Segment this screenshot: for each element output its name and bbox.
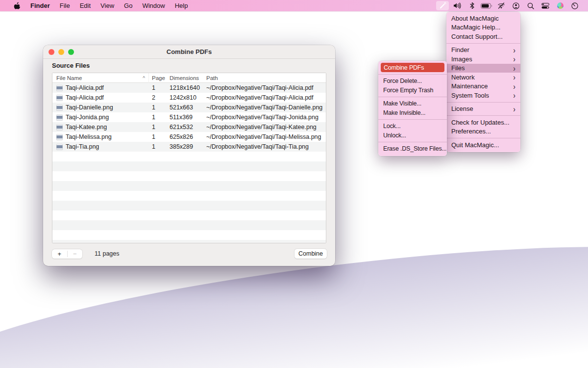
menubar-item-view[interactable]: View	[96, 0, 119, 11]
empty-table-row[interactable]	[52, 201, 326, 210]
table-row[interactable]: Taqi-Jonida.png 1 511x369 ~/Dropbox/Nega…	[52, 112, 326, 122]
sort-ascending-icon[interactable]: ^	[143, 76, 145, 81]
combine-pdfs-window: Combine PDFs Source Files File Name ^ Pa…	[43, 45, 335, 266]
empty-table-row[interactable]	[52, 171, 326, 181]
siri-icon	[557, 2, 564, 9]
chevron-right-icon: ›	[513, 91, 515, 99]
table-row[interactable]: Taqi-Alicia.pdf 1 1218x1640 ~/Dropbox/Ne…	[52, 83, 326, 93]
menubar-item-edit[interactable]: Edit	[75, 0, 96, 11]
empty-table-row[interactable]	[52, 152, 326, 161]
wifi-off-menubar-extra[interactable]	[495, 1, 508, 10]
menu-item-about-macmagic[interactable]: About MacMagic	[446, 14, 520, 23]
submenu-item-combine-pdfs[interactable]: Combine PDFs	[381, 63, 444, 72]
control-center-icon	[541, 3, 549, 9]
column-header-page[interactable]: Page	[149, 73, 167, 83]
remove-file-button[interactable]: −	[68, 249, 83, 259]
macmagic-menu: About MacMagic MacMagic Help... Contact …	[446, 12, 520, 152]
menu-separator	[446, 115, 520, 116]
chevron-right-icon: ›	[513, 82, 515, 90]
siri-menubar-extra[interactable]	[554, 1, 566, 10]
submenu-item-lock[interactable]: Lock...	[378, 122, 447, 131]
image-file-icon	[56, 124, 63, 131]
clock-menubar-extra[interactable]	[568, 1, 581, 10]
add-file-button[interactable]: +	[52, 249, 67, 259]
window-titlebar[interactable]: Combine PDFs	[43, 45, 335, 59]
table-body: Taqi-Alicia.pdf 1 1218x1640 ~/Dropbox/Ne…	[52, 83, 326, 243]
menu-item-finder[interactable]: Finder ›	[446, 46, 520, 55]
chevron-right-icon: ›	[513, 105, 515, 113]
table-row[interactable]: Taqi-Alicia.pdf 2 1242x810 ~/Dropbox/Neg…	[52, 93, 326, 103]
apple-logo-icon	[14, 2, 21, 9]
source-files-label: Source Files	[52, 62, 90, 69]
menu-item-check-for-updates[interactable]: Check for Updates...	[446, 118, 520, 127]
empty-table-row[interactable]	[52, 230, 326, 240]
menu-separator	[378, 74, 447, 75]
search-icon	[527, 2, 534, 9]
submenu-item-make-visible[interactable]: Make Visible...	[378, 99, 447, 108]
zoom-window-button[interactable]	[68, 49, 74, 55]
table-header-row: File Name ^ Page Dimensions Path	[52, 73, 326, 83]
volume-icon	[453, 2, 461, 9]
menu-item-network[interactable]: Network ›	[446, 73, 520, 82]
table-row[interactable]: Taqi-Katee.png 1 621x532 ~/Dropbox/Negat…	[52, 122, 326, 132]
clock-icon	[571, 2, 578, 9]
column-header-path[interactable]: Path	[203, 73, 326, 83]
table-row[interactable]: Taqi-Tia.png 1 385x289 ~/Dropbox/Negativ…	[52, 142, 326, 152]
volume-menubar-extra[interactable]	[451, 1, 464, 10]
submenu-item-unlock[interactable]: Unlock...	[378, 131, 447, 140]
empty-table-row[interactable]	[52, 220, 326, 230]
empty-table-row[interactable]	[52, 181, 326, 191]
apple-menu[interactable]	[9, 0, 25, 11]
menu-item-quit-macmagic[interactable]: Quit MacMagic...	[446, 140, 520, 150]
image-file-icon	[56, 95, 63, 101]
menubar-item-window[interactable]: Window	[137, 0, 170, 11]
menu-separator	[378, 142, 447, 142]
bluetooth-icon	[470, 2, 474, 9]
minimize-window-button[interactable]	[58, 49, 64, 55]
bluetooth-menubar-extra[interactable]	[466, 1, 478, 10]
menu-separator	[378, 97, 447, 97]
menu-item-maintenance[interactable]: Maintenance ›	[446, 82, 520, 91]
magic-wand-icon	[439, 2, 446, 9]
table-row[interactable]: Taqi-Danielle.png 1 521x663 ~/Dropbox/Ne…	[52, 103, 326, 112]
menubar-item-file[interactable]: File	[55, 0, 75, 11]
submenu-item-force-delete[interactable]: Force Delete...	[378, 77, 447, 86]
macmagic-menubar-extra[interactable]	[436, 1, 449, 10]
menubar-app-name[interactable]: Finder	[25, 0, 55, 11]
table-row[interactable]: Taqi-Melissa.png 1 625x826 ~/Dropbox/Neg…	[52, 132, 326, 142]
menu-separator	[446, 102, 520, 103]
control-center-menubar-extra[interactable]	[539, 1, 552, 10]
image-file-icon	[56, 134, 63, 140]
empty-table-row[interactable]	[52, 161, 326, 171]
window-footer: + − 11 pages Combine	[52, 248, 327, 260]
submenu-item-make-invisible[interactable]: Make Invisible...	[378, 108, 447, 118]
menu-item-system-tools[interactable]: System Tools ›	[446, 91, 520, 100]
combine-button[interactable]: Combine	[294, 249, 327, 259]
user-account-menubar-extra[interactable]	[510, 1, 522, 10]
menubar-item-help[interactable]: Help	[170, 0, 193, 11]
menu-item-contact-support[interactable]: Contact Support...	[446, 32, 520, 41]
submenu-item-force-empty-trash[interactable]: Force Empty Trash	[378, 86, 447, 95]
image-file-icon	[56, 105, 63, 111]
menu-item-macmagic-help[interactable]: MacMagic Help...	[446, 23, 520, 32]
add-remove-stepper: + −	[52, 249, 82, 259]
chevron-right-icon: ›	[513, 73, 515, 81]
chevron-right-icon: ›	[513, 55, 515, 63]
chevron-right-icon: ›	[513, 46, 515, 54]
empty-table-row[interactable]	[52, 191, 326, 201]
menu-item-files[interactable]: Files ›	[446, 64, 520, 73]
column-header-dimensions[interactable]: Dimensions	[167, 73, 203, 83]
battery-menubar-extra[interactable]	[480, 1, 493, 10]
menu-item-preferences[interactable]: Preferences...	[446, 127, 520, 136]
submenu-item-erase-ds-store-files[interactable]: Erase .DS_Store Files...	[378, 144, 447, 154]
empty-table-row[interactable]	[52, 210, 326, 220]
menu-item-license[interactable]: License ›	[446, 105, 520, 114]
image-file-icon	[56, 85, 63, 91]
spotlight-menubar-extra[interactable]	[524, 1, 537, 10]
menu-item-images[interactable]: Images ›	[446, 54, 520, 64]
close-window-button[interactable]	[49, 49, 54, 55]
pages-count-label: 11 pages	[95, 250, 120, 257]
empty-table-row[interactable]	[52, 240, 326, 243]
menubar-item-go[interactable]: Go	[119, 0, 137, 11]
column-header-file-name[interactable]: File Name ^	[52, 73, 149, 83]
